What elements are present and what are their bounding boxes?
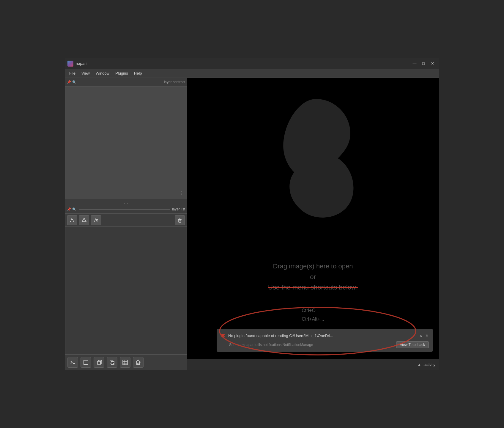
- console-button[interactable]: [67, 357, 78, 368]
- status-bar: ▲ activity: [187, 359, 439, 370]
- layer-list-header: 📌 🔍 layer list: [65, 205, 187, 213]
- shapes-icon: [81, 218, 87, 223]
- napari-logo: [265, 93, 360, 218]
- 2d-button[interactable]: [81, 357, 91, 368]
- labels-button[interactable]: [91, 215, 101, 225]
- notification-source: Source: <napari.utils.notifications.Noti…: [229, 343, 396, 347]
- menu-view[interactable]: View: [78, 70, 93, 77]
- layer-list-toolbar: [65, 214, 187, 227]
- grid-icon: [122, 359, 128, 365]
- activity-arrow-icon: ▲: [417, 362, 421, 367]
- slider2[interactable]: [79, 209, 170, 210]
- shortcut1: Ctrl+O: [302, 306, 324, 315]
- shortcuts-hint: Ctrl+O Ctrl+Alt+...: [302, 306, 324, 324]
- canvas-area[interactable]: Drag image(s) here to open or Use the me…: [187, 78, 439, 370]
- svg-point-5: [97, 219, 98, 220]
- activity-button[interactable]: ▲ activity: [417, 362, 435, 367]
- menu-plugins[interactable]: Plugins: [112, 70, 131, 77]
- layer-list-area: [65, 213, 187, 354]
- window-title: napari: [76, 61, 410, 66]
- home-button[interactable]: [133, 357, 144, 368]
- labels-icon: [93, 218, 99, 223]
- minimize-button[interactable]: —: [410, 59, 419, 68]
- svg-rect-12: [84, 360, 88, 364]
- console-icon: [70, 359, 76, 365]
- notification-body: Source: <napari.utils.notifications.Noti…: [221, 341, 429, 348]
- close-button[interactable]: ✕: [428, 59, 437, 68]
- activity-label-text: activity: [423, 362, 435, 367]
- notification-header: ✖ No plugin found capable of reading C:\…: [221, 332, 429, 339]
- main-content: 📌 🔍 layer controls ⋮ ...: [65, 78, 439, 370]
- home-icon: [135, 359, 141, 365]
- svg-point-2: [73, 221, 74, 222]
- search2-icon[interactable]: 🔍: [72, 207, 76, 211]
- drop-hint-line3: Use the menu shortcuts below:: [268, 282, 358, 292]
- layer-controls-label: layer controls: [164, 80, 185, 84]
- menu-bar: File View Window Plugins Help: [65, 69, 439, 78]
- roll-icon: [109, 359, 115, 365]
- expand-icon[interactable]: ∧: [420, 333, 422, 338]
- square-icon: [83, 359, 89, 365]
- roll-button[interactable]: [107, 357, 117, 368]
- drop-hint-line2: or: [268, 272, 358, 282]
- error-icon: ✖: [221, 332, 225, 339]
- svg-rect-18: [111, 361, 114, 364]
- trash-icon: [177, 218, 182, 223]
- main-window: napari — □ ✕ File View Window Plugins He…: [65, 58, 439, 370]
- maximize-button[interactable]: □: [419, 59, 428, 68]
- notification-message: No plugin found capable of reading C:\Us…: [228, 333, 415, 338]
- pin2-icon[interactable]: 📌: [67, 207, 71, 211]
- shapes-button[interactable]: [79, 215, 89, 225]
- window-controls: — □ ✕: [410, 59, 437, 68]
- drop-hint-line1: Drag image(s) here to open: [268, 261, 358, 271]
- points-icon: [70, 218, 75, 223]
- title-bar: napari — □ ✕: [65, 58, 439, 69]
- cube-icon: [96, 359, 102, 365]
- svg-point-3: [71, 218, 72, 220]
- layer-list-label: layer list: [172, 207, 185, 211]
- view-traceback-button[interactable]: View Traceback: [396, 341, 429, 348]
- pin-icon[interactable]: 📌: [67, 80, 71, 84]
- points-button[interactable]: [67, 215, 77, 225]
- app-icon: [67, 61, 73, 67]
- drop-zone-hint: Drag image(s) here to open or Use the me…: [268, 261, 358, 292]
- more-options-icon[interactable]: ⋮: [178, 189, 185, 197]
- svg-rect-13: [97, 361, 100, 364]
- notification-close-button[interactable]: ✕: [425, 333, 429, 338]
- menu-help[interactable]: Help: [131, 70, 145, 77]
- slider[interactable]: [79, 82, 162, 82]
- left-panel: 📌 🔍 layer controls ⋮ ...: [65, 78, 187, 370]
- svg-marker-4: [82, 218, 86, 222]
- svg-rect-24: [123, 360, 127, 365]
- delete-layer-button[interactable]: [175, 215, 185, 225]
- shortcut2: Ctrl+Alt+...: [302, 315, 324, 324]
- search-icon[interactable]: 🔍: [72, 80, 76, 84]
- 3d-button[interactable]: [94, 357, 104, 368]
- svg-rect-6: [179, 219, 181, 222]
- layer-controls-area: ⋮: [65, 86, 187, 199]
- notification-popup: ✖ No plugin found capable of reading C:\…: [217, 329, 433, 352]
- svg-point-0: [70, 221, 71, 222]
- layer-controls-header: 📌 🔍 layer controls: [65, 78, 187, 86]
- grid-button[interactable]: [120, 357, 130, 368]
- bottom-toolbar: [65, 354, 187, 370]
- resize-divider[interactable]: ...: [65, 199, 187, 205]
- menu-file[interactable]: File: [66, 70, 78, 77]
- menu-window[interactable]: Window: [93, 70, 112, 77]
